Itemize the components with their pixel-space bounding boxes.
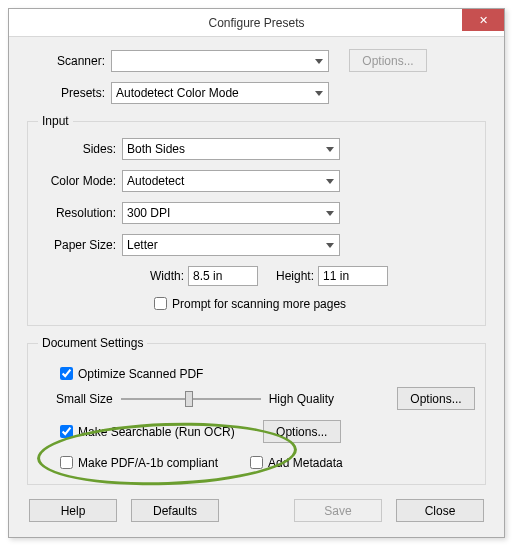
titlebar: Configure Presets ✕: [9, 9, 504, 37]
optimize-checkbox[interactable]: [60, 367, 73, 380]
input-legend: Input: [38, 114, 73, 128]
papersize-label: Paper Size:: [38, 238, 122, 252]
make-searchable-label: Make Searchable (Run OCR): [78, 425, 235, 439]
prompt-more-checkbox[interactable]: [154, 297, 167, 310]
colormode-label: Color Mode:: [38, 174, 122, 188]
quality-slider[interactable]: [121, 389, 261, 409]
save-button: Save: [294, 499, 382, 522]
scanner-label: Scanner:: [27, 54, 111, 68]
dialog-window: Configure Presets ✕ Scanner: Please sele…: [8, 8, 505, 538]
make-pdfa-label: Make PDF/A-1b compliant: [78, 456, 218, 470]
prompt-more-label: Prompt for scanning more pages: [172, 297, 346, 311]
height-input[interactable]: [318, 266, 388, 286]
scanner-options-button: Options...: [349, 49, 427, 72]
docsettings-legend: Document Settings: [38, 336, 147, 350]
scanner-select[interactable]: Please select a device: [111, 50, 329, 72]
close-button[interactable]: Close: [396, 499, 484, 522]
sides-select[interactable]: Both Sides: [122, 138, 340, 160]
button-bar: Help Defaults Save Close: [27, 499, 486, 522]
close-icon: ✕: [479, 14, 488, 27]
width-label: Width:: [150, 269, 184, 283]
input-group: Input Sides: Both Sides Color Mode: Auto…: [27, 114, 486, 326]
resolution-select[interactable]: 300 DPI: [122, 202, 340, 224]
width-input[interactable]: [188, 266, 258, 286]
make-searchable-checkbox[interactable]: [60, 425, 73, 438]
document-settings-group: Document Settings Optimize Scanned PDF S…: [27, 336, 486, 485]
resolution-label: Resolution:: [38, 206, 122, 220]
colormode-select[interactable]: Autodetect: [122, 170, 340, 192]
slider-thumb[interactable]: [185, 391, 193, 407]
ocr-options-button[interactable]: Options...: [263, 420, 341, 443]
make-pdfa-checkbox[interactable]: [60, 456, 73, 469]
add-metadata-label: Add Metadata: [268, 456, 343, 470]
help-button[interactable]: Help: [29, 499, 117, 522]
quality-options-button[interactable]: Options...: [397, 387, 475, 410]
highquality-label: High Quality: [269, 392, 334, 406]
papersize-select[interactable]: Letter: [122, 234, 340, 256]
add-metadata-checkbox[interactable]: [250, 456, 263, 469]
dialog-content: Scanner: Please select a device Options.…: [9, 37, 504, 534]
close-window-button[interactable]: ✕: [462, 9, 504, 31]
presets-label: Presets:: [27, 86, 111, 100]
smallsize-label: Small Size: [56, 392, 113, 406]
height-label: Height:: [276, 269, 314, 283]
sides-label: Sides:: [38, 142, 122, 156]
optimize-label: Optimize Scanned PDF: [78, 367, 203, 381]
window-title: Configure Presets: [208, 16, 304, 30]
defaults-button[interactable]: Defaults: [131, 499, 219, 522]
presets-select[interactable]: Autodetect Color Mode: [111, 82, 329, 104]
